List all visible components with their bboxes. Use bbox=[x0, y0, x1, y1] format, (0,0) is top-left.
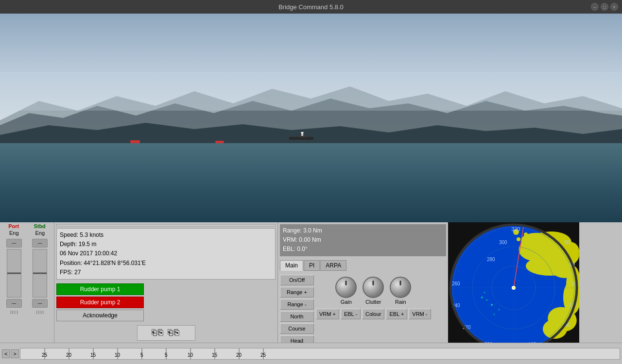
rudder-section: Rudder pump 1 Rudder pump 2 Acknowledge bbox=[56, 283, 276, 321]
svg-point-44 bbox=[531, 234, 536, 239]
svg-text:10: 10 bbox=[115, 352, 121, 358]
colour-button[interactable]: Colour bbox=[362, 309, 384, 319]
app-title: Bridge Command 5.8.0 bbox=[278, 3, 344, 11]
scale-right-arrow[interactable]: > bbox=[11, 349, 18, 358]
svg-point-75 bbox=[494, 314, 495, 315]
bottom-scale: < > 25 20 15 10 5 5 bbox=[0, 343, 622, 364]
radar-tabs: Main PI ARPA bbox=[280, 260, 446, 271]
stbd-up-btn[interactable]: — bbox=[32, 239, 48, 248]
gain-knob-container: Gain bbox=[335, 277, 357, 305]
svg-text:5: 5 bbox=[165, 352, 168, 358]
ebl-plus-button[interactable]: EBL + bbox=[386, 309, 407, 319]
small-ship-2 bbox=[215, 141, 224, 143]
svg-point-45 bbox=[522, 243, 525, 246]
tab-main[interactable]: Main bbox=[280, 260, 303, 271]
svg-text:10: 10 bbox=[188, 352, 193, 358]
close-button[interactable]: × bbox=[610, 3, 618, 11]
radar-map-panel: 320 300 280 260 240 220 200 180 160 60 8… bbox=[448, 222, 579, 343]
radar-info-display: Range: 3.0 Nm VRM: 0.00 Nm EBL: 0.0° bbox=[280, 224, 446, 256]
knobs-area: Gain Clutter Rain bbox=[335, 277, 411, 305]
engine-labels: Port Stbd bbox=[1, 223, 53, 229]
ebl-display: EBL: 0.0° bbox=[283, 245, 443, 254]
right-radar-buttons: VRM + EBL - Colour EBL + VRM - bbox=[316, 309, 431, 319]
radar-svg: 320 300 280 260 240 220 200 180 160 60 8… bbox=[448, 222, 579, 343]
port-label: Port bbox=[8, 223, 19, 229]
svg-rect-3 bbox=[0, 72, 622, 111]
ocean-background bbox=[0, 143, 622, 222]
clutter-knob-container: Clutter bbox=[363, 277, 384, 305]
range-minus-button[interactable]: Range - bbox=[280, 299, 314, 310]
range-display: Range: 3.0 Nm bbox=[283, 226, 443, 235]
minimize-button[interactable]: – bbox=[591, 3, 599, 11]
svg-text:15: 15 bbox=[90, 352, 96, 358]
gain-label: Gain bbox=[341, 299, 352, 305]
rain-knob[interactable] bbox=[390, 277, 411, 298]
on-off-button[interactable]: On/Off bbox=[280, 275, 314, 285]
depth-display: Depth: 19.5 m bbox=[60, 240, 272, 249]
tab-arpa[interactable]: ARPA bbox=[320, 260, 346, 271]
port-up-btn[interactable]: — bbox=[6, 239, 22, 248]
steering-wheel[interactable]: ⎗⎘ ⎗⎘ bbox=[137, 325, 195, 341]
center-panel: 0 0 10 20 3 bbox=[54, 222, 278, 343]
engine-tick-row: | | | | | | | | bbox=[1, 310, 53, 314]
speed-display: Speed: 5.3 knots bbox=[60, 231, 272, 240]
right-radar-panel: Range: 3.0 Nm VRM: 0.00 Nm EBL: 0.0° Mai… bbox=[278, 222, 448, 343]
tab-pi[interactable]: PI bbox=[304, 260, 320, 271]
svg-text:5: 5 bbox=[140, 352, 143, 358]
stbd-engine-slider[interactable] bbox=[33, 249, 47, 298]
left-engine-panel: Port Stbd Eng Eng — — — bbox=[0, 222, 54, 343]
ebl-minus-button[interactable]: EBL - bbox=[341, 309, 361, 319]
small-ship-1 bbox=[130, 140, 140, 143]
radar-controls-area: On/Off Range + Range - North Course Head… bbox=[280, 275, 446, 346]
svg-point-7 bbox=[301, 132, 304, 133]
vrm-plus-button[interactable]: VRM + bbox=[316, 309, 339, 319]
titlebar: Bridge Command 5.8.0 – □ × bbox=[0, 0, 622, 14]
rudder-pump1-button[interactable]: Rudder pump 1 bbox=[56, 283, 144, 295]
stbd-label: Stbd bbox=[34, 223, 45, 229]
main-ship bbox=[287, 132, 316, 141]
svg-text:280: 280 bbox=[487, 257, 495, 262]
position-display: Position: 44°21.828'N 8°56.031'E bbox=[60, 259, 272, 268]
svg-text:300: 300 bbox=[499, 240, 507, 245]
svg-point-73 bbox=[499, 309, 500, 311]
port-down-btn[interactable]: — bbox=[6, 299, 22, 308]
bottom-main: Port Stbd Eng Eng — — — bbox=[0, 222, 622, 343]
vrm-minus-button[interactable]: VRM - bbox=[409, 309, 431, 319]
svg-point-76 bbox=[484, 292, 485, 294]
fps-display: FPS: 27 bbox=[60, 268, 272, 277]
course-button[interactable]: Course bbox=[280, 323, 314, 334]
rudder-pump2-button[interactable]: Rudder pump 2 bbox=[56, 297, 144, 308]
rain-label: Rain bbox=[395, 299, 406, 305]
svg-text:25: 25 bbox=[260, 352, 266, 358]
svg-point-43 bbox=[524, 232, 528, 236]
svg-text:15: 15 bbox=[212, 352, 218, 358]
north-button[interactable]: North bbox=[280, 311, 314, 322]
throttle-ruler: 0 0 10 20 3 bbox=[56, 224, 276, 226]
svg-text:260: 260 bbox=[452, 281, 460, 286]
port-eng-label: Eng bbox=[9, 230, 19, 236]
vrm-display: VRM: 0.00 Nm bbox=[283, 235, 443, 245]
titlebar-controls: – □ × bbox=[591, 3, 618, 11]
maximize-button[interactable]: □ bbox=[601, 3, 608, 11]
datetime-display: 06 Nov 2017 10:00:42 bbox=[60, 249, 272, 258]
gain-knob[interactable] bbox=[335, 277, 357, 298]
svg-text:320: 320 bbox=[511, 226, 520, 232]
svg-text:160: 160 bbox=[528, 342, 536, 343]
range-plus-button[interactable]: Range + bbox=[280, 287, 314, 298]
scale-left-arrow[interactable]: < bbox=[2, 349, 10, 358]
svg-text:60: 60 bbox=[565, 240, 570, 245]
svg-point-46 bbox=[517, 237, 520, 241]
ship-info-panel: Speed: 5.3 knots Depth: 19.5 m 06 Nov 20… bbox=[56, 228, 276, 280]
3d-viewport bbox=[0, 14, 622, 222]
clutter-label: Clutter bbox=[365, 299, 381, 305]
svg-point-72 bbox=[486, 299, 488, 301]
svg-text:20: 20 bbox=[66, 352, 72, 358]
clutter-knob[interactable] bbox=[363, 277, 384, 298]
stbd-down-btn[interactable]: — bbox=[32, 299, 48, 308]
eng-sublabels: Eng Eng bbox=[1, 230, 53, 236]
scale-ruler: 25 20 15 10 5 5 10 15 20 25 bbox=[20, 348, 620, 360]
acknowledge-button[interactable]: Acknowledge bbox=[56, 310, 144, 321]
svg-text:25: 25 bbox=[42, 352, 48, 358]
port-engine-slider[interactable] bbox=[7, 249, 21, 298]
svg-point-74 bbox=[481, 297, 483, 298]
